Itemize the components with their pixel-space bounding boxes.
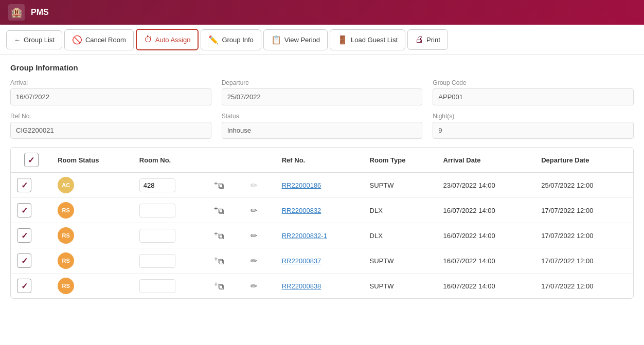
copy-btn-3[interactable]: +⧉ (213, 254, 225, 267)
departure-date-2: 17/07/2022 12:00 (535, 223, 633, 248)
form-row-2: Ref No. CIG2200021 Status Inhouse Night(… (10, 113, 634, 139)
row-checkbox-1[interactable]: ✓ (17, 203, 31, 217)
cancel-room-label: Cancel Room (85, 36, 126, 44)
row-checkbox-2[interactable]: ✓ (17, 228, 31, 243)
room-type-4: SUPTW (364, 274, 437, 299)
print-button[interactable]: 🖨 Print (407, 29, 448, 50)
group-info-label: Group Info (222, 36, 253, 44)
room-no-input-3[interactable] (139, 254, 175, 268)
room-no-input-2[interactable] (139, 229, 175, 243)
arrival-group: Arrival 16/07/2022 (10, 79, 211, 105)
view-period-button[interactable]: 📋 View Period (263, 29, 328, 50)
row-checkbox-0[interactable]: ✓ (17, 178, 31, 192)
row-checkbox-3[interactable]: ✓ (17, 253, 31, 268)
app-bar: 🏨 PMS (0, 0, 644, 25)
departure-label: Departure (222, 79, 423, 86)
room-no-wrap-3 (139, 254, 201, 268)
departure-date-0: 25/07/2022 12:00 (535, 173, 633, 198)
departure-date-3: 17/07/2022 12:00 (535, 248, 633, 274)
arrival-date-3: 16/07/2022 14:00 (437, 248, 535, 274)
header-ref-no: Ref No. (276, 148, 364, 173)
room-type-3: SUPTW (364, 248, 437, 274)
print-icon: 🖨 (415, 35, 423, 44)
ref-link-3[interactable]: RR22000837 (282, 257, 321, 265)
room-table-container: ✓ Room Status Room No. Ref No. Room Type… (10, 147, 634, 299)
nights-input[interactable]: 9 (433, 122, 634, 139)
load-guest-list-icon: 🚪 (337, 35, 348, 45)
edit-btn-2[interactable]: ✏ (249, 230, 258, 242)
view-period-icon: 📋 (271, 35, 281, 45)
room-no-input-4[interactable] (139, 279, 175, 293)
back-button[interactable]: ← Group List (6, 30, 62, 49)
table-row: ✓RS+⧉✏RR22000838SUPTW16/07/2022 14:0017/… (11, 274, 633, 299)
edit-btn-0[interactable]: ✏ (249, 179, 258, 191)
room-no-wrap-1 (139, 204, 201, 217)
copy-btn-4[interactable]: +⧉ (213, 279, 225, 293)
copy-btn-1[interactable]: +⧉ (213, 204, 225, 217)
status-badge-3: RS (58, 252, 74, 269)
header-copy-col (207, 148, 243, 173)
header-room-no: Room No. (133, 148, 207, 173)
arrival-date-4: 16/07/2022 14:00 (437, 274, 535, 299)
auto-assign-button[interactable]: ⏱ Auto Assign (136, 29, 199, 50)
auto-assign-icon: ⏱ (144, 35, 152, 44)
ref-no-label: Ref No. (10, 113, 211, 120)
ref-no-input[interactable]: CIG2200021 (10, 122, 211, 139)
group-code-label: Group Code (433, 79, 634, 86)
cancel-room-icon: 🚫 (72, 35, 82, 45)
auto-assign-label: Auto Assign (155, 36, 191, 44)
header-edit-col (243, 148, 275, 173)
group-info-button[interactable]: ✏️ Group Info (201, 29, 261, 50)
back-arrow-icon: ← (14, 36, 21, 44)
status-badge-1: RS (58, 202, 74, 219)
nights-group: Night(s) 9 (433, 113, 634, 139)
room-type-1: DLX (364, 198, 437, 223)
room-type-0: SUPTW (364, 173, 437, 198)
room-no-wrap-4 (139, 279, 201, 293)
ref-link-2[interactable]: RR22000832-1 (282, 232, 327, 240)
room-no-wrap-2 (139, 229, 201, 243)
arrival-date-2: 16/07/2022 14:00 (437, 223, 535, 248)
status-input[interactable]: Inhouse (222, 122, 423, 139)
table-row: ✓AC+⧉✏RR22000186SUPTW23/07/2022 14:0025/… (11, 173, 633, 198)
header-room-status: Room Status (51, 148, 133, 173)
copy-btn-0[interactable]: +⧉ (213, 178, 225, 192)
status-badge-0: AC (58, 177, 74, 193)
ref-no-group: Ref No. CIG2200021 (10, 113, 211, 139)
header-room-type: Room Type (364, 148, 437, 173)
edit-btn-1[interactable]: ✏ (249, 205, 258, 216)
room-no-input-1[interactable] (139, 204, 175, 217)
copy-btn-2[interactable]: +⧉ (213, 229, 225, 242)
table-header-row: ✓ Room Status Room No. Ref No. Room Type… (11, 148, 633, 173)
room-no-input-0[interactable] (139, 178, 175, 192)
ref-link-0[interactable]: RR22000186 (282, 181, 321, 189)
load-guest-list-button[interactable]: 🚪 Load Guest List (330, 29, 405, 50)
arrival-date-0: 23/07/2022 14:00 (437, 173, 535, 198)
arrival-date-1: 16/07/2022 14:00 (437, 198, 535, 223)
departure-input[interactable]: 25/07/2022 (222, 88, 423, 105)
ref-link-1[interactable]: RR22000832 (282, 207, 321, 214)
ref-link-4[interactable]: RR22000838 (282, 282, 321, 290)
row-checkbox-4[interactable]: ✓ (17, 279, 31, 293)
status-label: Status (222, 113, 423, 120)
table-row: ✓RS+⧉✏RR22000832DLX16/07/2022 14:0017/07… (11, 198, 633, 223)
cancel-room-button[interactable]: 🚫 Cancel Room (64, 29, 134, 50)
status-badge-4: RS (58, 278, 74, 294)
toolbar: ← Group List 🚫 Cancel Room ⏱ Auto Assign… (0, 25, 644, 55)
arrival-input[interactable]: 16/07/2022 (10, 88, 211, 105)
room-no-wrap-0 (139, 178, 201, 192)
form-row-1: Arrival 16/07/2022 Departure 25/07/2022 … (10, 79, 634, 105)
app-bar-title: PMS (31, 8, 49, 17)
back-label: Group List (24, 36, 55, 44)
departure-date-1: 17/07/2022 12:00 (535, 198, 633, 223)
departure-group: Departure 25/07/2022 (222, 79, 423, 105)
load-guest-list-label: Load Guest List (351, 36, 398, 44)
group-code-input[interactable]: APP001 (433, 88, 634, 105)
header-checkbox[interactable]: ✓ (24, 153, 39, 167)
content-area: Group Information Arrival 16/07/2022 Dep… (0, 55, 644, 307)
group-info-icon: ✏️ (208, 35, 219, 45)
edit-btn-4[interactable]: ✏ (249, 280, 258, 292)
edit-btn-3[interactable]: ✏ (249, 255, 258, 267)
departure-date-4: 17/07/2022 12:00 (535, 274, 633, 299)
arrival-label: Arrival (10, 79, 211, 86)
